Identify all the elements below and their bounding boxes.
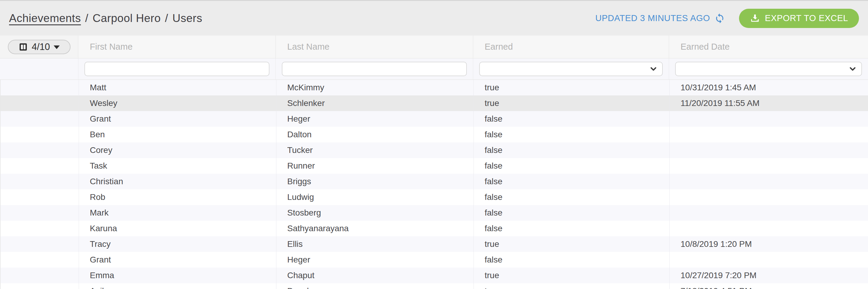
column-header-first-name[interactable]: First Name — [79, 36, 276, 59]
table-columns-icon — [19, 42, 28, 52]
table-row[interactable]: Christian Briggs false — [1, 174, 868, 189]
first-name-filter-input[interactable] — [84, 62, 270, 76]
table-row[interactable]: Grant Heger false — [1, 111, 868, 127]
column-header-last-name[interactable]: Last Name — [276, 36, 473, 59]
cell-last-name: Sathyanarayana — [276, 221, 474, 236]
cell-last-name: Runner — [276, 158, 474, 174]
cell-last-name: Heger — [276, 252, 474, 267]
cell-last-name: Ludwig — [276, 189, 474, 205]
column-selector-button[interactable]: 4/10 — [8, 40, 70, 54]
row-selector-cell — [1, 252, 79, 267]
export-to-excel-button[interactable]: EXPORT TO EXCEL — [739, 9, 859, 28]
caret-down-icon — [54, 45, 60, 49]
table-row[interactable]: Wesley Schlenker true 11/20/2019 11:55 A… — [1, 96, 868, 111]
cell-earned: true — [474, 267, 670, 283]
breadcrumb-carpool-hero: Carpool Hero — [93, 12, 161, 25]
row-selector-cell — [1, 142, 79, 158]
column-header-earned-date[interactable]: Earned Date — [669, 36, 868, 59]
cell-last-name: Ellis — [276, 236, 474, 252]
cell-earned: false — [474, 142, 670, 158]
table-row[interactable]: Mark Stosberg false — [1, 205, 868, 221]
column-header-earned[interactable]: Earned — [473, 36, 669, 59]
cell-earned-date: 7/18/2019 4:51 PM — [670, 283, 868, 289]
table-row[interactable]: Anil Dowd true 7/18/2019 4:51 PM — [1, 283, 868, 289]
cell-first-name: Task — [79, 158, 276, 174]
filter-cell-last-name — [276, 59, 473, 80]
row-selector-cell — [1, 205, 79, 221]
column-selector-count: 4/10 — [32, 41, 50, 52]
table-row[interactable]: Karuna Sathyanarayana false — [1, 221, 868, 236]
cell-last-name: Heger — [276, 111, 474, 127]
cell-earned: false — [474, 221, 670, 236]
table-row[interactable]: Emma Chaput true 10/27/2019 7:20 PM — [1, 267, 868, 283]
cell-first-name: Grant — [79, 252, 276, 267]
cell-earned: true — [474, 80, 670, 96]
row-selector-cell — [1, 267, 79, 283]
topbar: Achievements / Carpool Hero / Users UPDA… — [0, 0, 868, 36]
row-selector-cell — [1, 221, 79, 236]
cell-earned: false — [474, 111, 670, 127]
cell-earned: false — [474, 205, 670, 221]
cell-last-name: Tucker — [276, 142, 474, 158]
cell-first-name: Grant — [79, 111, 276, 127]
earned-filter-select[interactable] — [479, 62, 663, 76]
cell-last-name: Briggs — [276, 174, 474, 189]
cell-first-name: Karuna — [79, 221, 276, 236]
row-selector-cell — [1, 189, 79, 205]
earned-date-filter-select[interactable] — [675, 62, 862, 76]
row-selector-cell — [1, 111, 79, 127]
cell-last-name: Stosberg — [276, 205, 474, 221]
cell-earned-date — [670, 252, 868, 267]
updated-status-label: UPDATED 3 MINUTES AGO — [595, 13, 710, 23]
table-row[interactable]: Tracy Ellis true 10/8/2019 1:20 PM — [1, 236, 868, 252]
updated-status[interactable]: UPDATED 3 MINUTES AGO — [595, 13, 725, 24]
breadcrumb-achievements-link[interactable]: Achievements — [9, 12, 81, 25]
cell-first-name: Christian — [79, 174, 276, 189]
cell-earned: true — [474, 96, 670, 111]
row-selector-cell — [1, 236, 79, 252]
row-selector-cell — [1, 283, 79, 289]
table-row[interactable]: Corey Tucker false — [1, 142, 868, 158]
row-selector-cell — [1, 174, 79, 189]
cell-earned: true — [474, 283, 670, 289]
cell-first-name: Emma — [79, 267, 276, 283]
cell-first-name: Mark — [79, 205, 276, 221]
cell-earned-date — [670, 111, 868, 127]
table-body: Matt McKimmy true 10/31/2019 1:45 AM Wes… — [0, 80, 868, 289]
column-selector-cell: 4/10 — [0, 36, 79, 59]
row-selector-cell — [1, 96, 79, 111]
last-name-filter-input[interactable] — [282, 62, 467, 76]
cell-first-name: Ben — [79, 127, 276, 142]
cell-earned-date: 10/31/2019 1:45 AM — [670, 80, 868, 96]
cell-earned-date — [670, 189, 868, 205]
cell-earned-date — [670, 127, 868, 142]
cell-last-name: Dalton — [276, 127, 474, 142]
table-row[interactable]: Ben Dalton false — [1, 127, 868, 142]
breadcrumb: Achievements / Carpool Hero / Users — [9, 12, 202, 25]
cell-earned-date — [670, 205, 868, 221]
filter-cell-first-name — [79, 59, 276, 80]
table-row[interactable]: Matt McKimmy true 10/31/2019 1:45 AM — [1, 80, 868, 96]
cell-earned-date — [670, 174, 868, 189]
cell-last-name: Chaput — [276, 267, 474, 283]
table-row[interactable]: Grant Heger false — [1, 252, 868, 267]
filter-cell-empty — [0, 59, 79, 80]
table-row[interactable]: Task Runner false — [1, 158, 868, 174]
cell-last-name: Dowd — [276, 283, 474, 289]
breadcrumb-separator: / — [85, 12, 88, 25]
cell-earned-date: 10/8/2019 1:20 PM — [670, 236, 868, 252]
refresh-icon[interactable] — [714, 13, 725, 24]
filter-row — [0, 59, 868, 80]
cell-first-name: Tracy — [79, 236, 276, 252]
table-header-row: 4/10 First Name Last Name Earned Earned … — [0, 36, 868, 59]
cell-earned-date: 11/20/2019 11:55 AM — [670, 96, 868, 111]
cell-last-name: McKimmy — [276, 80, 474, 96]
cell-first-name: Rob — [79, 189, 276, 205]
table-row[interactable]: Rob Ludwig false — [1, 189, 868, 205]
filter-cell-earned-date — [669, 59, 868, 80]
row-selector-cell — [1, 127, 79, 142]
download-icon — [750, 13, 760, 24]
cell-earned: false — [474, 174, 670, 189]
topbar-actions: UPDATED 3 MINUTES AGO EXPORT TO EXCEL — [595, 9, 859, 28]
cell-earned: false — [474, 158, 670, 174]
